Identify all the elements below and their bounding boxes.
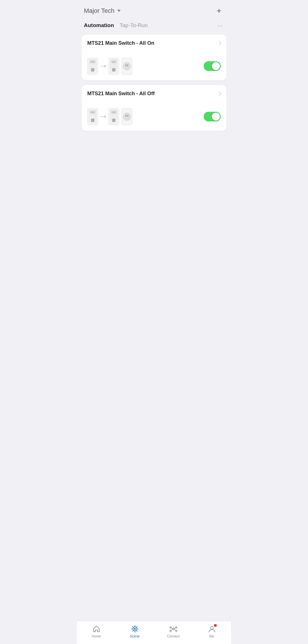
card-2-footer — [87, 108, 221, 125]
device-icon-3 — [121, 58, 132, 75]
automation-card-1: MTS21 Main Switch - All On — [82, 34, 226, 80]
nav-item-connect[interactable]: Connect — [165, 625, 182, 638]
header: Major Tech + — [77, 0, 231, 19]
card-2-toggle[interactable] — [204, 112, 221, 121]
svg-point-10 — [173, 628, 174, 630]
card-1-toggle-thumb — [212, 62, 220, 70]
device-icon-1-inner — [89, 59, 96, 73]
svg-point-1 — [134, 628, 136, 630]
card-2-chevron-icon[interactable] — [217, 92, 221, 96]
device-icon-4 — [87, 108, 98, 125]
device-icon-1 — [87, 58, 98, 75]
device-icon-6-inner — [123, 113, 131, 121]
svg-point-19 — [210, 626, 213, 629]
svg-line-16 — [174, 628, 176, 629]
automation-card-2: MTS21 Main Switch - All Off — [82, 85, 226, 131]
nav-item-me[interactable]: Me — [203, 625, 220, 638]
svg-line-9 — [132, 631, 133, 631]
card-1-title: MTS21 Main Switch - All On — [87, 40, 154, 46]
device-icon-6 — [121, 108, 132, 125]
arrow-icon-1 — [100, 66, 106, 66]
device-icon-2-inner — [110, 59, 117, 73]
arrow-line-2 — [100, 116, 106, 117]
nav-connect-label: Connect — [167, 634, 180, 638]
card-2-toggle-thumb — [212, 113, 220, 121]
tab-tap-to-run[interactable]: Tap-To-Run — [120, 22, 148, 29]
svg-line-8 — [137, 627, 137, 627]
me-icon — [208, 625, 216, 633]
bottom-nav: Home Scene — [77, 621, 231, 644]
arrow-line-1 — [100, 66, 106, 66]
card-1-devices — [87, 58, 132, 75]
card-1-footer — [87, 58, 221, 75]
arrow-icon-2 — [100, 116, 106, 117]
device-icon-5 — [108, 108, 119, 125]
card-2-devices — [87, 108, 132, 125]
svg-line-15 — [171, 628, 173, 629]
device-icon-4-inner — [89, 110, 96, 123]
add-button[interactable]: + — [214, 6, 224, 16]
nav-home-label: Home — [92, 634, 101, 638]
svg-line-17 — [171, 629, 173, 631]
more-button[interactable]: ··· — [216, 21, 224, 30]
svg-point-14 — [175, 630, 177, 632]
svg-line-7 — [137, 631, 137, 631]
home-selector[interactable]: Major Tech — [84, 7, 121, 15]
nav-item-home[interactable]: Home — [88, 625, 105, 638]
home-name: Major Tech — [84, 7, 114, 15]
add-icon: + — [217, 7, 221, 15]
connect-icon — [169, 625, 178, 633]
nav-scene-label: Scene — [130, 634, 139, 638]
nav-me-label: Me — [209, 634, 214, 638]
device-icon-5-inner — [110, 110, 117, 123]
more-icon: ··· — [217, 22, 223, 29]
svg-line-18 — [174, 629, 176, 631]
card-1-chevron-icon[interactable] — [217, 41, 221, 45]
notification-dot — [214, 624, 217, 627]
svg-point-12 — [175, 627, 177, 628]
device-icon-3-inner — [123, 62, 131, 70]
card-1-header: MTS21 Main Switch - All On — [87, 40, 221, 46]
chevron-down-icon — [117, 10, 121, 12]
home-icon — [92, 625, 101, 633]
svg-point-11 — [170, 627, 171, 628]
card-2-title: MTS21 Main Switch - All Off — [87, 91, 155, 97]
scene-icon — [131, 625, 139, 633]
device-icon-2 — [108, 58, 119, 75]
card-2-header: MTS21 Main Switch - All Off — [87, 91, 221, 97]
nav-item-scene[interactable]: Scene — [126, 625, 143, 638]
svg-point-13 — [170, 630, 171, 632]
card-1-toggle[interactable] — [204, 61, 221, 71]
cards-container: MTS21 Main Switch - All On — [77, 34, 231, 131]
svg-line-6 — [132, 627, 133, 627]
tab-automation[interactable]: Automation — [84, 22, 114, 29]
tabs-bar: Automation Tap-To-Run ··· — [77, 19, 231, 34]
